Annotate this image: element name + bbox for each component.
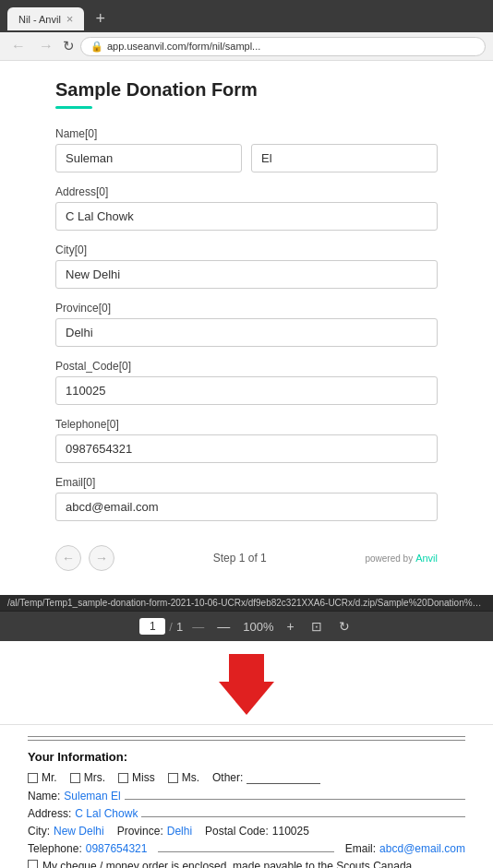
pdf-name-label: Name: xyxy=(28,790,60,803)
address-input[interactable] xyxy=(55,202,438,231)
province-input[interactable] xyxy=(55,318,438,347)
pdf-page-separator: / xyxy=(169,620,173,634)
your-info-title: Your Information: xyxy=(28,750,465,764)
pdf-page-input[interactable] xyxy=(139,618,165,635)
powered-brand: Anvil xyxy=(415,553,438,564)
browser-chrome: Nil - Anvil × + xyxy=(0,0,493,32)
pdf-postal-value: 110025 xyxy=(272,825,309,838)
pdf-telephone-value: 0987654321 xyxy=(86,842,148,855)
pdf-zoom-out-button[interactable]: — xyxy=(213,617,234,636)
pdf-postal-label: Postal Code: xyxy=(205,825,269,838)
step-back-arrow[interactable]: ← xyxy=(55,545,81,571)
telephone-label: Telephone[0] xyxy=(55,418,438,431)
pdf-page-indicator: / 1 xyxy=(139,618,183,635)
step-forward-arrow[interactable]: → xyxy=(89,545,114,571)
pdf-city-row: City: New Delhi Province: Delhi Postal C… xyxy=(28,825,465,838)
postal-label: Postal_Code[0] xyxy=(55,360,438,373)
tab-close-button[interactable]: × xyxy=(66,12,74,26)
mr-label: Mr. xyxy=(42,771,57,784)
title-underline xyxy=(55,106,92,109)
arrow-head xyxy=(219,682,274,715)
back-button[interactable]: ← xyxy=(7,36,30,56)
mr-checkbox[interactable] xyxy=(28,773,38,783)
lock-icon: 🔒 xyxy=(90,41,103,53)
name-underline xyxy=(125,799,465,800)
ms-checkbox[interactable] xyxy=(168,773,178,783)
telephone-field-group: Telephone[0] xyxy=(55,418,438,463)
province-field-group: Province[0] xyxy=(55,302,438,347)
postal-input[interactable] xyxy=(55,376,438,405)
pdf-province-label: Province: xyxy=(117,825,163,838)
miss-label: Miss xyxy=(132,771,155,784)
cheque-text: My cheque / money order is enclosed, mad… xyxy=(42,860,465,868)
address-bar-row: ← → ↻ 🔒 app.useanvil.com/form/nil/sampl.… xyxy=(0,32,493,61)
email-label: Email[0] xyxy=(55,476,438,489)
powered-by-label: powered by xyxy=(365,553,413,564)
pdf-email-label: Email: xyxy=(345,842,376,855)
pdf-email-value: abcd@email.com xyxy=(379,842,465,855)
name-row xyxy=(55,144,438,172)
address-underline xyxy=(141,816,465,817)
pdf-divider1: — xyxy=(192,620,204,634)
file-path-bar: /al/Temp/Temp1_sample-donation-form-2021… xyxy=(0,595,493,611)
city-input[interactable] xyxy=(55,260,438,289)
address-label: Address[0] xyxy=(55,185,438,198)
pdf-page-total: 1 xyxy=(176,620,183,634)
email-field-group: Email[0] xyxy=(55,476,438,521)
address-field-group: Address[0] xyxy=(55,185,438,231)
tel-underline xyxy=(158,851,333,852)
pdf-address-value: C Lal Chowk xyxy=(75,807,138,820)
reload-button[interactable]: ↻ xyxy=(63,38,75,54)
pdf-toolbar: / 1 — — 100% + ⊡ ↻ xyxy=(0,611,493,641)
cheque-checkbox[interactable] xyxy=(28,860,38,868)
pdf-zoom-in-button[interactable]: + xyxy=(283,617,297,636)
address-text: app.useanvil.com/form/nil/sampl... xyxy=(107,41,260,52)
name-last-input[interactable] xyxy=(251,144,438,172)
pdf-rotate-button[interactable]: ↻ xyxy=(335,617,354,636)
email-input[interactable] xyxy=(55,493,438,521)
file-path-text: /al/Temp/Temp1_sample-donation-form-2021… xyxy=(7,598,493,608)
address-field[interactable]: 🔒 app.useanvil.com/form/nil/sampl... xyxy=(80,37,486,56)
browser-tab[interactable]: Nil - Anvil × xyxy=(7,7,84,30)
pdf-top-border2 xyxy=(28,740,465,741)
city-field-group: City[0] xyxy=(55,244,438,289)
name-field-group: Name[0] xyxy=(55,127,438,172)
salutation-ms: Ms. xyxy=(168,771,199,784)
new-tab-button[interactable]: + xyxy=(88,6,113,32)
salutation-miss: Miss xyxy=(118,771,155,784)
salutation-mr: Mr. xyxy=(28,771,57,784)
pdf-document: Your Information: Mr. Mrs. Miss Ms. Othe… xyxy=(0,724,493,868)
salutation-row: Mr. Mrs. Miss Ms. Other: xyxy=(28,771,465,784)
pdf-fit-button[interactable]: ⊡ xyxy=(307,617,326,636)
province-label: Province[0] xyxy=(55,302,438,315)
ms-label: Ms. xyxy=(182,771,199,784)
pdf-name-value: Suleman El xyxy=(64,790,120,803)
other-label: Other: xyxy=(212,771,243,784)
form-container: Sample Donation Form Name[0] Address[0] … xyxy=(0,61,493,595)
arrow-area xyxy=(0,641,493,724)
step-text: Step 1 of 1 xyxy=(213,552,267,565)
pdf-city-label: City: xyxy=(28,825,50,838)
name-first-input[interactable] xyxy=(55,144,242,172)
pdf-top-border1 xyxy=(28,736,465,737)
down-arrow-indicator xyxy=(219,654,274,715)
pdf-zoom-level: 100% xyxy=(243,620,273,634)
mrs-checkbox[interactable] xyxy=(70,773,80,783)
telephone-input[interactable] xyxy=(55,434,438,463)
pdf-tel-row: Telephone: 0987654321 Email: abcd@email.… xyxy=(28,842,465,855)
cheque-checkbox-row: My cheque / money order is enclosed, mad… xyxy=(28,860,465,868)
arrow-stem xyxy=(229,654,264,682)
name-label: Name[0] xyxy=(55,127,438,140)
tab-title: Nil - Anvil xyxy=(18,14,61,25)
salutation-mrs: Mrs. xyxy=(70,771,105,784)
pdf-address-label: Address: xyxy=(28,807,71,820)
forward-button[interactable]: → xyxy=(35,36,57,56)
city-label: City[0] xyxy=(55,244,438,256)
postal-field-group: Postal_Code[0] xyxy=(55,360,438,405)
step-navigation: ← → Step 1 of 1 powered by Anvil xyxy=(55,540,438,577)
step-arrows: ← → xyxy=(55,545,114,571)
pdf-name-row: Name: Suleman El xyxy=(28,790,465,803)
miss-checkbox[interactable] xyxy=(118,773,128,783)
form-title: Sample Donation Form xyxy=(55,79,438,101)
mrs-label: Mrs. xyxy=(84,771,105,784)
